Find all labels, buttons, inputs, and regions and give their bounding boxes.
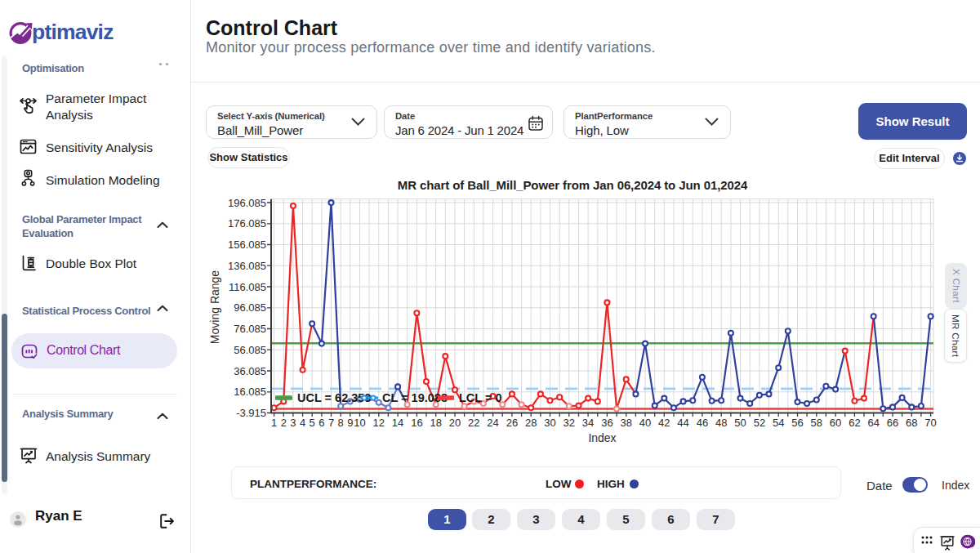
svg-text:20: 20 <box>449 417 461 429</box>
svg-text:ptimaviz: ptimaviz <box>32 21 114 44</box>
svg-text:UCL = 62.359: UCL = 62.359 <box>297 391 371 404</box>
svg-text:MR chart of Ball_Mill_Power fr: MR chart of Ball_Mill_Power from Jan 06,… <box>398 178 748 192</box>
svg-text:52: 52 <box>754 417 765 429</box>
svg-text:60: 60 <box>830 417 841 429</box>
svg-text:58: 58 <box>811 417 822 429</box>
svg-text:26: 26 <box>506 417 518 429</box>
svg-text:176.085: 176.085 <box>228 217 266 230</box>
svg-text:16: 16 <box>411 417 422 429</box>
svg-text:36: 36 <box>601 417 612 429</box>
svg-text:46: 46 <box>697 417 708 429</box>
svg-text:70: 70 <box>924 417 936 429</box>
svg-text:-3.915: -3.915 <box>236 407 266 419</box>
svg-text:40: 40 <box>639 417 651 429</box>
svg-text:38: 38 <box>620 417 631 429</box>
svg-text:32: 32 <box>564 417 575 429</box>
svg-text:56.085: 56.085 <box>234 344 266 356</box>
svg-text:9: 9 <box>347 417 353 429</box>
svg-text:34: 34 <box>582 417 594 429</box>
svg-text:LCL = 0: LCL = 0 <box>459 391 502 404</box>
svg-text:76.085: 76.085 <box>234 323 266 335</box>
svg-text:196.085: 196.085 <box>228 197 266 209</box>
svg-text:62: 62 <box>849 417 860 429</box>
svg-text:66: 66 <box>887 417 898 429</box>
svg-text:5: 5 <box>310 417 315 429</box>
svg-text:24: 24 <box>487 417 498 429</box>
svg-text:156.085: 156.085 <box>228 239 266 251</box>
svg-text:16.085: 16.085 <box>234 386 266 398</box>
svg-text:8: 8 <box>338 417 344 429</box>
svg-text:68: 68 <box>906 417 917 429</box>
svg-text:42: 42 <box>658 417 670 429</box>
svg-text:3: 3 <box>290 417 296 429</box>
svg-text:30: 30 <box>544 417 555 429</box>
svg-text:10: 10 <box>354 417 365 429</box>
svg-text:54: 54 <box>773 417 784 429</box>
svg-text:4: 4 <box>300 417 305 429</box>
svg-text:96.085: 96.085 <box>234 301 266 314</box>
svg-text:12: 12 <box>373 417 385 429</box>
svg-text:36.085: 36.085 <box>234 365 266 377</box>
svg-text:22: 22 <box>468 417 479 429</box>
svg-text:Moving Range: Moving Range <box>208 270 221 344</box>
svg-text:64: 64 <box>867 417 879 429</box>
svg-text:56: 56 <box>791 417 803 429</box>
svg-text:116.085: 116.085 <box>229 281 266 293</box>
svg-text:44: 44 <box>677 417 688 429</box>
svg-text:50: 50 <box>734 417 746 429</box>
svg-text:136.085: 136.085 <box>228 260 266 272</box>
svg-text:14: 14 <box>392 417 403 429</box>
svg-text:Index: Index <box>588 431 616 444</box>
svg-text:7: 7 <box>328 417 334 429</box>
svg-text:18: 18 <box>430 417 441 429</box>
svg-text:1: 1 <box>271 417 277 429</box>
svg-text:CL = 19.088: CL = 19.088 <box>382 391 448 404</box>
svg-text:2: 2 <box>281 417 287 429</box>
svg-text:6: 6 <box>318 417 324 429</box>
svg-text:48: 48 <box>715 417 727 429</box>
svg-text:28: 28 <box>525 417 537 429</box>
